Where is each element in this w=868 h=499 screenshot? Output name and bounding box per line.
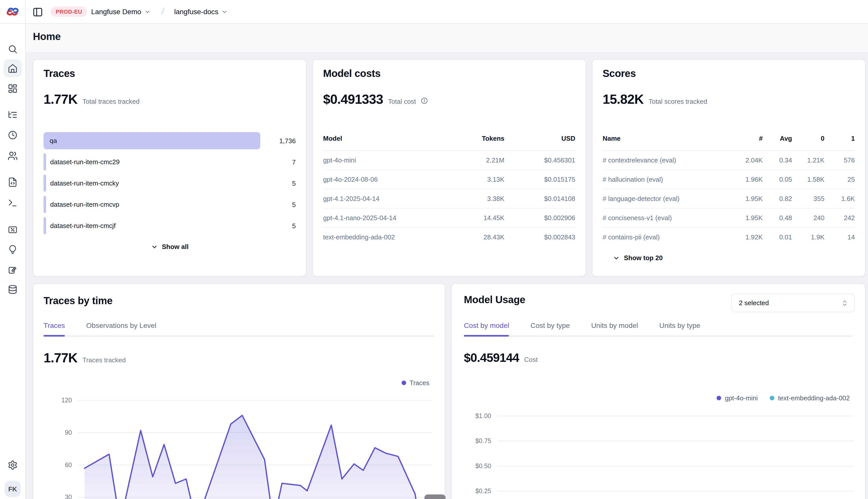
table-cell: $0.002906	[504, 214, 575, 222]
table-cell: 1.9K	[792, 233, 824, 241]
column-header: Tokens	[449, 135, 504, 142]
scores-card: Scores 15.82K Total scores tracked Name#…	[592, 59, 866, 276]
model-select[interactable]: 2 selected	[731, 293, 855, 312]
traces-area-chart: 120906030	[44, 390, 438, 499]
trace-row: dataset-run-item-cmcky5	[44, 174, 296, 192]
sidebar-item-annotation[interactable]	[3, 261, 22, 279]
insights-icon	[8, 244, 18, 255]
user-avatar[interactable]: FK	[4, 481, 21, 497]
legend-item-text-embedding-ada-002[interactable]: text-embedding-ada-002	[770, 394, 850, 402]
sidebar-item-home[interactable]	[3, 59, 22, 77]
scores-metric-label: Total scores tracked	[649, 98, 707, 105]
trace-bar[interactable]	[44, 132, 260, 149]
model-costs-metric-label: Total cost	[388, 98, 416, 105]
tab-cost-by-type[interactable]: Cost by type	[531, 321, 570, 336]
score-row: # contains-pii (eval)1.92K0.011.9K14	[603, 228, 855, 246]
model-usage-card: Model Usage 2 selected Cost by modelCost…	[451, 283, 866, 499]
sidebar-item-datasets[interactable]	[3, 280, 22, 299]
legend-dot-icon	[717, 396, 722, 400]
environment-badge: PROD-EU	[51, 7, 87, 17]
table-cell: # conciseness-v1 (eval)	[603, 214, 729, 222]
trace-bar-area: qa	[44, 132, 260, 149]
info-icon[interactable]	[421, 97, 428, 104]
model-cost-row: gpt-4o-mini2.21M$0.456301	[323, 151, 575, 170]
scores-metric: 15.82K	[603, 92, 644, 107]
show-top-20-button[interactable]: Show top 20	[610, 254, 666, 262]
trace-value: 5	[260, 222, 296, 230]
playground-icon	[8, 198, 18, 208]
table-cell: 3.13K	[449, 175, 504, 183]
table-cell: 0.05	[763, 175, 792, 183]
sidebar-item-playground[interactable]	[3, 194, 22, 212]
trace-bar[interactable]	[44, 153, 46, 171]
table-cell: 1.21K	[792, 156, 824, 164]
sidebar-item-tracing[interactable]	[3, 106, 22, 124]
sidebar-toggle-button[interactable]	[33, 6, 43, 17]
table-cell: 1.92K	[729, 233, 763, 241]
column-header: 0	[792, 135, 824, 142]
table-cell: gpt-4.1-2025-04-14	[323, 195, 449, 203]
table-cell: $0.015175	[504, 175, 575, 183]
trace-bar[interactable]	[44, 174, 46, 192]
table-cell: 1.95K	[729, 195, 763, 203]
sidebar-item-dashboards[interactable]	[3, 80, 22, 98]
column-header: Model	[323, 135, 449, 142]
table-cell: gpt-4o-mini	[323, 156, 449, 164]
legend-item-traces[interactable]: Traces	[402, 379, 430, 387]
tab-units-by-model[interactable]: Units by model	[591, 321, 638, 336]
traces-tracked-label: Traces tracked	[83, 356, 126, 364]
sidebar-item-sessions[interactable]	[3, 126, 22, 144]
home-icon	[8, 63, 18, 73]
chevron-down-icon	[144, 8, 151, 15]
traces-card-title: Traces	[44, 68, 296, 80]
sidebar-item-search[interactable]	[3, 40, 22, 58]
table-cell: # language-detector (eval)	[603, 195, 729, 203]
top-bar: PROD-EU Langfuse Demo / langfuse-docs	[0, 0, 868, 24]
datasets-icon	[8, 284, 18, 294]
column-header: Name	[603, 135, 729, 142]
legend-item-gpt-4o-mini[interactable]: gpt-4o-mini	[717, 394, 758, 402]
project-selector[interactable]: langfuse-docs	[174, 8, 228, 16]
org-selector[interactable]: Langfuse Demo	[91, 8, 151, 16]
score-row: # hallucination (eval)1.96K0.051.58K25	[603, 170, 855, 189]
legend-dot-icon	[402, 380, 406, 385]
horizontal-scrollbar-thumb[interactable]	[424, 495, 445, 499]
sidebar-item-users[interactable]	[3, 147, 22, 165]
traces-tracked-metric: 1.77K	[44, 350, 78, 366]
table-header: ModelTokensUSD	[323, 131, 575, 150]
trace-value: 5	[260, 179, 296, 187]
table-cell: 2.04K	[729, 156, 763, 164]
sidebar-item-prompts[interactable]	[3, 173, 22, 191]
tab-traces[interactable]: Traces	[44, 321, 65, 336]
app-root: PROD-EU Langfuse Demo / langfuse-docs FK…	[0, 0, 868, 499]
trace-bar-area: dataset-run-item-cmcjf	[44, 217, 260, 234]
model-cost-row: gpt-4o-2024-08-063.13K$0.015175	[323, 170, 575, 189]
sidebar-item-insights[interactable]	[3, 240, 22, 259]
show-all-button[interactable]: Show all	[147, 242, 191, 251]
sidebar-item-evaluation[interactable]	[3, 221, 22, 239]
legend-label: text-embedding-ada-002	[778, 394, 850, 402]
usage-cost-label: Cost	[524, 356, 537, 363]
column-header: USD	[504, 135, 575, 142]
table-cell: 28.43K	[449, 233, 504, 241]
trace-bar[interactable]	[44, 217, 46, 234]
tracing-icon	[8, 110, 18, 120]
annotation-icon	[8, 265, 18, 275]
dashboards-icon	[8, 84, 18, 94]
tab-observations-by-level[interactable]: Observations by Level	[86, 321, 156, 336]
project-name: langfuse-docs	[174, 8, 218, 16]
trace-bar[interactable]	[44, 196, 46, 213]
model-costs-title: Model costs	[323, 68, 575, 80]
table-cell: 3.38K	[449, 195, 504, 203]
scores-table: Name#Avg01# contextrelevance (eval)2.04K…	[603, 131, 855, 246]
sidebar-item-settings[interactable]	[3, 456, 22, 474]
column-header: 1	[824, 135, 855, 142]
svg-text:120: 120	[61, 397, 72, 404]
tab-cost-by-model[interactable]: Cost by model	[464, 321, 509, 336]
model-costs-card: Model costs $0.491333 Total cost ModelTo…	[312, 59, 586, 276]
svg-text:60: 60	[65, 461, 72, 468]
traces-chart-legend: Traces	[402, 379, 430, 387]
tab-units-by-type[interactable]: Units by type	[659, 321, 700, 336]
chevron-down-icon	[613, 254, 620, 261]
usage-cost-metric: $0.459144	[464, 351, 519, 365]
